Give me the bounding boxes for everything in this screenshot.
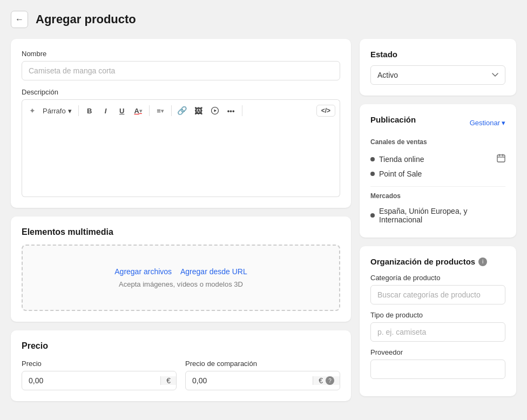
editor-toolbar: ✦ Párrafo ▾ B I U A ▾ <box>22 99 340 121</box>
org-info-icon[interactable]: i <box>478 258 487 266</box>
precio-card: Precio Precio € Precio de comparación <box>11 330 351 401</box>
canales-label: Canales de ventas <box>370 138 505 146</box>
tipo-input[interactable] <box>370 322 505 342</box>
precio-field: Precio € <box>22 360 177 390</box>
right-column: Estado Activo Borrador Archivado Publica… <box>360 39 516 396</box>
more-button[interactable]: ••• <box>224 103 239 118</box>
estado-select[interactable]: Activo Borrador Archivado <box>370 65 505 85</box>
add-url-link[interactable]: Agregar desde URL <box>180 267 247 276</box>
org-title: Organización de productos <box>370 257 475 266</box>
description-section: Descripción ✦ Párrafo ▾ B I U A <box>22 88 340 197</box>
media-hint: Acepta imágenes, vídeos o modelos 3D <box>119 280 243 288</box>
gestionar-chevron: ▾ <box>502 119 505 127</box>
publicacion-card: Publicación Gestionar ▾ Canales de venta… <box>360 104 516 238</box>
tipo-label: Tipo de producto <box>370 311 505 319</box>
back-button[interactable]: ← <box>11 11 28 28</box>
organizacion-card: Organización de productos i Categoría de… <box>360 246 516 396</box>
color-button[interactable]: A ▾ <box>131 103 146 118</box>
proveedor-field: Proveedor <box>370 348 505 379</box>
org-header: Organización de productos i <box>370 257 505 266</box>
link-button[interactable]: 🔗 <box>175 103 190 118</box>
tipo-field: Tipo de producto <box>370 311 505 342</box>
precio-title: Precio <box>22 341 340 351</box>
channel-name-pos: Point of Sale <box>379 170 422 178</box>
paragraph-chevron: ▾ <box>68 107 72 115</box>
toolbar-sep-2 <box>149 105 150 116</box>
main-layout: Nombre Descripción ✦ Párrafo ▾ B I <box>11 39 516 401</box>
align-button[interactable]: ≡ ▾ <box>153 103 168 118</box>
categoria-input[interactable] <box>370 285 505 304</box>
comparacion-unit: € ? <box>313 376 340 385</box>
estado-title: Estado <box>370 50 505 59</box>
publicacion-title: Publicación <box>370 115 416 124</box>
mercado-dot <box>370 213 375 218</box>
bold-button[interactable]: B <box>82 103 97 118</box>
back-icon: ← <box>15 15 24 24</box>
proveedor-input[interactable] <box>370 360 505 379</box>
publicacion-header: Publicación Gestionar ▾ <box>370 115 505 131</box>
play-button[interactable] <box>207 103 222 118</box>
channel-name-tienda: Tienda online <box>379 155 424 164</box>
channel-item-tienda: Tienda online <box>370 151 505 167</box>
page-header: ← Agregar producto <box>11 11 516 28</box>
estado-card: Estado Activo Borrador Archivado <box>360 39 516 96</box>
channel-item-pos: Point of Sale <box>370 167 505 181</box>
svg-rect-2 <box>497 155 505 162</box>
add-files-link[interactable]: Agregar archivos <box>114 267 172 276</box>
paragraph-selector[interactable]: Párrafo ▾ <box>39 106 75 116</box>
media-title: Elementos multimedia <box>22 227 340 237</box>
mercado-item: España, Unión Europea, y Internacional <box>370 204 505 227</box>
paragraph-label: Párrafo <box>43 107 66 115</box>
image-button[interactable]: 🖼 <box>191 103 206 118</box>
toolbar-sep-3 <box>171 105 172 116</box>
channel-dot-pos <box>370 172 375 176</box>
comparacion-help-icon[interactable]: ? <box>326 376 334 385</box>
drag-handle-icon: ✦ <box>26 105 38 117</box>
precio-label: Precio <box>22 360 177 368</box>
underline-button[interactable]: U <box>114 103 130 118</box>
gestionar-button[interactable]: Gestionar ▾ <box>470 119 505 127</box>
categoria-label: Categoría de producto <box>370 274 505 282</box>
channels-divider <box>370 186 505 187</box>
comparacion-input[interactable] <box>186 371 313 390</box>
media-links: Agregar archivos Agregar desde URL <box>114 267 247 276</box>
mercado-name: España, Unión Europea, y Internacional <box>379 207 505 224</box>
precio-input[interactable] <box>22 371 160 390</box>
descripcion-label: Descripción <box>22 88 340 96</box>
media-card: Elementos multimedia Agregar archivos Ag… <box>11 216 351 322</box>
toolbar-sep-1 <box>78 105 79 116</box>
editor-body[interactable] <box>22 121 340 197</box>
svg-marker-1 <box>214 110 217 112</box>
channel-dot-tienda <box>370 157 375 161</box>
mercados-label: Mercados <box>370 192 505 200</box>
precio-input-wrap: € <box>22 371 177 390</box>
product-basics-card: Nombre Descripción ✦ Párrafo ▾ B I <box>11 39 351 208</box>
nombre-label: Nombre <box>22 50 340 58</box>
media-dropzone[interactable]: Agregar archivos Agregar desde URL Acept… <box>22 245 340 311</box>
code-button[interactable]: </> <box>316 105 335 117</box>
nombre-input[interactable] <box>22 61 340 80</box>
comparacion-field: Precio de comparación € ? <box>185 360 340 390</box>
italic-button[interactable]: I <box>98 103 113 118</box>
page-title: Agregar producto <box>36 12 136 26</box>
proveedor-label: Proveedor <box>370 348 505 356</box>
calendar-icon[interactable] <box>497 154 505 164</box>
precio-row: Precio € Precio de comparación <box>22 360 340 390</box>
comparacion-input-wrap: € ? <box>185 371 340 390</box>
left-column: Nombre Descripción ✦ Párrafo ▾ B I <box>11 39 351 401</box>
toolbar-sep-4 <box>242 105 242 116</box>
precio-unit: € <box>160 376 176 385</box>
categoria-field: Categoría de producto <box>370 274 505 304</box>
comparacion-label: Precio de comparación <box>185 360 340 368</box>
